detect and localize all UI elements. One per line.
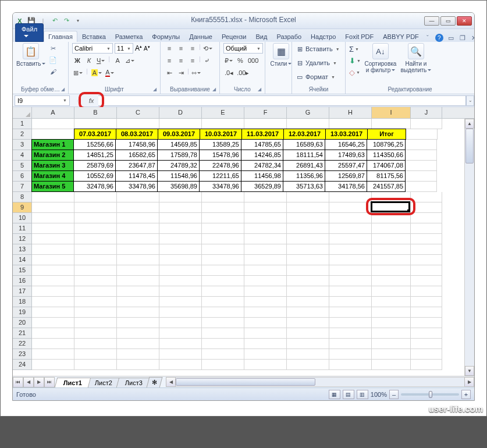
row-header-17[interactable]: 17 (13, 286, 32, 297)
cell-G18[interactable] (287, 297, 329, 307)
cell-G11[interactable] (287, 223, 329, 234)
cell-J10[interactable] (411, 213, 442, 223)
cell-G12[interactable] (287, 234, 329, 244)
cell-B2[interactable]: 07.03.2017 (74, 129, 116, 140)
zoom-out-button[interactable]: – (389, 390, 399, 399)
cell-H22[interactable] (329, 339, 372, 349)
cell-B14[interactable] (74, 255, 117, 265)
cell-J12[interactable] (411, 234, 442, 244)
cell-I18[interactable] (372, 297, 411, 307)
name-box[interactable]: I9▼ (15, 95, 70, 106)
col-header-I[interactable]: I (372, 107, 411, 118)
cell-D16[interactable] (159, 276, 202, 286)
cell-C13[interactable] (117, 244, 159, 255)
format-painter-icon[interactable]: 🖌 (48, 66, 58, 77)
cell-C8[interactable] (117, 192, 159, 202)
cell-B5[interactable]: 25879,69 (73, 160, 116, 171)
cell-I12[interactable] (372, 234, 411, 244)
cell-A21[interactable] (32, 328, 74, 339)
cell-F17[interactable] (244, 286, 287, 297)
add-sheet-button[interactable]: ✻ (147, 377, 163, 387)
cell-G4[interactable]: 18111,54 (283, 150, 325, 161)
cell-B21[interactable] (74, 328, 117, 339)
cell-H7[interactable]: 34178,56 (325, 181, 367, 192)
cell-B1[interactable] (74, 119, 117, 129)
cell-A13[interactable] (32, 244, 74, 255)
insert-cells-button[interactable]: ⊞Вставить▼ (296, 43, 340, 55)
cell-C1[interactable] (117, 119, 159, 129)
cell-E19[interactable] (202, 307, 244, 318)
cell-I11[interactable] (372, 223, 411, 234)
grow-font-icon[interactable]: A▴ (135, 44, 142, 52)
horizontal-scrollbar[interactable]: ◀ ▶ (166, 377, 474, 387)
cell-I7[interactable]: 241557,85 (367, 181, 406, 192)
cell-G2[interactable]: 12.03.2017 (283, 129, 326, 140)
minimize-ribbon-icon[interactable]: ˇ (424, 34, 432, 42)
cell-B24[interactable] (74, 360, 117, 370)
cell-A17[interactable] (32, 286, 74, 297)
cell-I15[interactable] (372, 265, 411, 276)
cell-C19[interactable] (117, 307, 159, 318)
ribbon-tab-4[interactable]: Данные (184, 31, 217, 42)
cell-D22[interactable] (159, 339, 202, 349)
cell-D19[interactable] (159, 307, 202, 318)
cell-F3[interactable]: 14785,65 (241, 139, 283, 150)
cell-B12[interactable] (74, 234, 117, 244)
cell-D10[interactable] (159, 213, 202, 223)
dialog-launcher-icon[interactable]: ◢ (258, 87, 261, 92)
cell-I5[interactable]: 174067,08 (367, 160, 406, 171)
scroll-left-icon[interactable]: ◀ (166, 377, 176, 387)
align-right-icon[interactable]: ≡ (187, 55, 198, 66)
cell-A24[interactable] (32, 360, 74, 370)
delete-cells-button[interactable]: ⊟Удалить▼ (296, 57, 337, 69)
cell-G22[interactable] (287, 339, 329, 349)
ribbon-tab-3[interactable]: Формулы (147, 31, 184, 42)
cell-C3[interactable]: 17458,96 (115, 139, 158, 150)
cell-A1[interactable] (32, 119, 74, 129)
cell-F10[interactable] (244, 213, 287, 223)
col-header-H[interactable]: H (329, 107, 372, 118)
col-header-D[interactable]: D (159, 107, 202, 118)
row-header-23[interactable]: 23 (13, 349, 32, 360)
sheet-nav-3[interactable]: ⏭ (44, 377, 55, 387)
cell-J6[interactable] (406, 171, 437, 182)
ribbon-tab-5[interactable]: Рецензи (217, 31, 251, 42)
cell-E21[interactable] (202, 328, 244, 339)
insert-function-button[interactable]: fx (86, 95, 97, 106)
cell-J17[interactable] (411, 286, 442, 297)
cell-A16[interactable] (32, 276, 74, 286)
row-header-18[interactable]: 18 (13, 297, 32, 307)
cell-C6[interactable]: 11478,45 (115, 170, 158, 182)
cell-G19[interactable] (287, 307, 329, 318)
borders-button[interactable]: ⊞ (72, 67, 84, 78)
cell-G6[interactable]: 11356,96 (283, 170, 325, 182)
cell-C11[interactable] (117, 223, 159, 234)
doc-min-icon[interactable]: ▭ (447, 34, 455, 42)
doc-close-icon[interactable]: ✕ (470, 34, 475, 42)
autosum-button[interactable]: Σ▼ (349, 43, 361, 55)
cell-A4[interactable]: Магазин 2 (31, 150, 74, 161)
cell-I24[interactable] (372, 360, 411, 370)
cell-C10[interactable] (117, 213, 159, 223)
cell-A7[interactable]: Магазин 5 (31, 181, 74, 192)
copy-icon[interactable]: 📄 (48, 55, 58, 65)
cell-E10[interactable] (202, 213, 244, 223)
underline-button[interactable]: Ч (95, 55, 106, 66)
ribbon-tab-2[interactable]: Разметка (111, 31, 148, 42)
ribbon-tab-9[interactable]: Foxit PDF (340, 31, 378, 42)
cell-C12[interactable] (117, 234, 159, 244)
sheet-nav-1[interactable]: ◀ (23, 377, 34, 387)
cell-I3[interactable]: 108796,25 (367, 139, 406, 150)
cell-D1[interactable] (159, 119, 202, 129)
comma-icon[interactable]: 000 (247, 55, 260, 66)
cell-H6[interactable]: 12569,87 (325, 170, 367, 182)
cell-H16[interactable] (329, 276, 372, 286)
cell-J24[interactable] (411, 360, 442, 370)
cell-G10[interactable] (287, 213, 329, 223)
dialog-launcher-icon[interactable]: ◢ (61, 87, 65, 92)
cell-A6[interactable]: Магазин 4 (31, 170, 74, 182)
cell-D7[interactable]: 35698,89 (157, 181, 200, 192)
cell-J14[interactable] (411, 255, 442, 265)
cell-E16[interactable] (202, 276, 244, 286)
fx-cancel-icon[interactable]: ○ (73, 95, 84, 106)
